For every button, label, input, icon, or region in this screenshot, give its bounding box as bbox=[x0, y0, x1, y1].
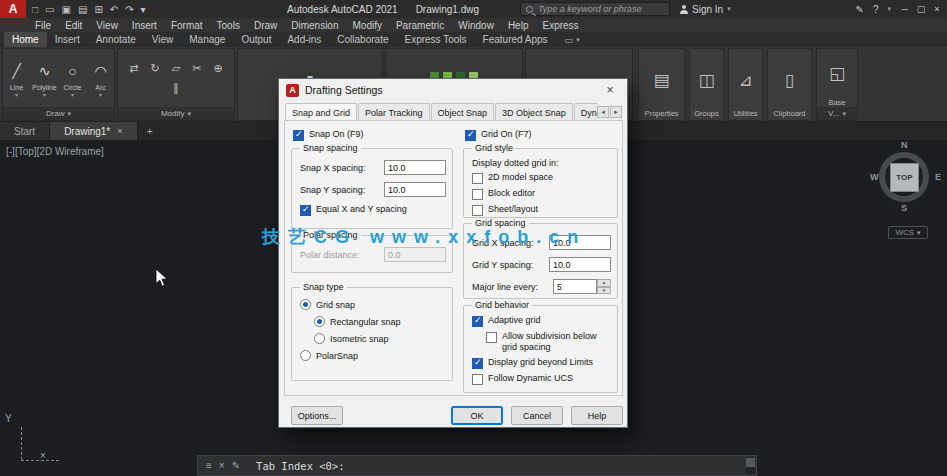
menu-item[interactable]: Dimension bbox=[284, 20, 345, 31]
file-tab-start[interactable]: Start bbox=[0, 122, 50, 140]
minimize-button[interactable]: ─ bbox=[897, 4, 913, 14]
draw-tool-button[interactable]: ◠ Arc ▾ bbox=[88, 58, 114, 98]
ribbon-tab[interactable]: View bbox=[144, 32, 182, 47]
command-line-icon[interactable]: ≡ bbox=[206, 460, 212, 471]
grid-on-checkbox[interactable]: Grid On (F7) bbox=[465, 129, 532, 141]
command-prompt[interactable]: Tab Index <0>: bbox=[248, 460, 345, 472]
radio-option[interactable]: Rectangular snap bbox=[314, 316, 446, 327]
dialog-close-button[interactable]: × bbox=[593, 79, 627, 101]
close-button[interactable]: × bbox=[929, 4, 945, 14]
checkbox[interactable]: Follow Dynamic UCS bbox=[472, 373, 611, 385]
tab-scroll-left-icon[interactable]: ◂ bbox=[597, 106, 609, 118]
menu-item[interactable]: Format bbox=[164, 20, 210, 31]
radio-option[interactable]: PolarSnap bbox=[300, 350, 446, 361]
file-tab-drawing1[interactable]: Drawing1* × bbox=[50, 122, 137, 140]
checkbox[interactable]: Display grid beyond Limits bbox=[472, 357, 611, 369]
checkbox[interactable]: Block editor bbox=[472, 188, 611, 200]
ribbon-tab[interactable]: Insert bbox=[47, 32, 88, 47]
radio-option[interactable]: Grid snap bbox=[300, 299, 446, 310]
ribbon-tab[interactable]: Featured Apps bbox=[475, 32, 556, 47]
viewcube-top-face[interactable]: TOP bbox=[890, 163, 919, 192]
compass-south-label[interactable]: S bbox=[901, 203, 907, 213]
major-line-spinner[interactable]: 5 ▴ ▾ bbox=[553, 279, 611, 294]
spinner-value[interactable]: 5 bbox=[553, 279, 597, 294]
modify-tool-icon[interactable]: ⇄ bbox=[129, 62, 138, 75]
compass-east-label[interactable]: E bbox=[935, 172, 941, 182]
dialog-tab[interactable]: Polar Tracking bbox=[358, 103, 430, 121]
scrollbar-thumb[interactable] bbox=[746, 458, 755, 467]
command-line-icon[interactable]: ✎ bbox=[232, 460, 240, 471]
menu-item[interactable]: Window bbox=[451, 20, 501, 31]
feedback-pencil-icon[interactable]: ✎ bbox=[856, 4, 864, 15]
viewcube[interactable]: N W E S TOP bbox=[872, 142, 944, 220]
help-icon[interactable]: ? bbox=[873, 4, 879, 15]
command-line-icon[interactable]: × bbox=[219, 460, 225, 471]
modify-tool-icon[interactable]: ⊕ bbox=[213, 62, 222, 75]
menu-item[interactable]: Modify bbox=[346, 20, 389, 31]
menu-item[interactable]: File bbox=[28, 20, 58, 31]
groups-panel[interactable]: ◫ Groups bbox=[689, 48, 724, 121]
base-view-icon[interactable]: ◱ bbox=[829, 49, 845, 97]
wcs-dropdown[interactable]: WCS ▾ bbox=[888, 226, 928, 239]
command-scrollbar[interactable] bbox=[746, 457, 755, 474]
qat-icon[interactable]: ⊞ bbox=[94, 4, 102, 15]
menu-item[interactable]: Edit bbox=[58, 20, 89, 31]
draw-tool-button[interactable]: ○ Circle ▾ bbox=[60, 58, 86, 98]
options-button[interactable]: Options... bbox=[291, 406, 343, 425]
ribbon-tab[interactable]: Output bbox=[233, 32, 279, 47]
text-input[interactable]: 10.0 bbox=[384, 160, 446, 175]
modify-tool-icon[interactable]: ∥ bbox=[173, 82, 179, 95]
menu-item[interactable]: View bbox=[89, 20, 125, 31]
command-line[interactable]: ≡×✎ Tab Index <0>: bbox=[197, 455, 757, 476]
modify-tool-icon[interactable]: ✂ bbox=[192, 62, 201, 75]
close-tab-icon[interactable]: × bbox=[117, 126, 122, 136]
modify-tool-icon[interactable]: ▱ bbox=[172, 62, 180, 75]
compass-west-label[interactable]: W bbox=[870, 172, 879, 182]
search-box[interactable]: Type a keyword or phrase bbox=[520, 2, 670, 16]
qat-icon[interactable]: ▭ bbox=[45, 4, 54, 15]
qat-icon[interactable]: ↷ bbox=[125, 4, 133, 15]
text-input[interactable]: 10.0 bbox=[384, 182, 446, 197]
draw-panel-title[interactable]: Draw▾ bbox=[3, 107, 114, 120]
spin-up-icon[interactable]: ▴ bbox=[597, 279, 611, 287]
sign-in-button[interactable]: Sign In ▾ bbox=[680, 0, 731, 18]
menu-item[interactable]: Express bbox=[535, 20, 585, 31]
draw-tool-button[interactable]: ∿ Polyline ▾ bbox=[32, 58, 58, 98]
maximize-button[interactable]: ▢ bbox=[913, 4, 929, 14]
chevron-down-icon[interactable]: ▾ bbox=[887, 5, 891, 13]
properties-panel[interactable]: ▤ Properties bbox=[638, 48, 685, 121]
menu-item[interactable]: Draw bbox=[247, 20, 284, 31]
qat-icon[interactable]: ▤ bbox=[78, 4, 87, 15]
ribbon-tab[interactable]: Annotate bbox=[88, 32, 144, 47]
checkbox[interactable]: Allow subdivision below grid spacing bbox=[486, 331, 611, 353]
dialog-tab[interactable]: 3D Object Snap bbox=[495, 103, 573, 121]
modify-panel-title[interactable]: Modify▾ bbox=[118, 107, 234, 120]
menu-item[interactable]: Insert bbox=[125, 20, 164, 31]
qat-icon[interactable]: ▣ bbox=[62, 4, 71, 15]
text-input[interactable]: 10.0 bbox=[549, 257, 611, 272]
menu-item[interactable]: Help bbox=[501, 20, 536, 31]
clipboard-panel[interactable]: ▯ Clipboard bbox=[767, 48, 812, 121]
draw-tool-button[interactable]: ╱ Line ▾ bbox=[4, 58, 30, 98]
ribbon-tab[interactable]: Manage bbox=[181, 32, 233, 47]
qat-icon[interactable]: ↶ bbox=[110, 4, 118, 15]
menu-item[interactable]: Tools bbox=[210, 20, 247, 31]
checkbox[interactable]: Sheet/layout bbox=[472, 204, 611, 216]
ok-button[interactable]: OK bbox=[451, 406, 503, 425]
qat-icon[interactable]: □ bbox=[32, 4, 38, 15]
spin-down-icon[interactable]: ▾ bbox=[597, 287, 611, 295]
ribbon-tab[interactable]: Add-ins bbox=[279, 32, 329, 47]
autocad-app-menu-button[interactable]: A bbox=[0, 0, 26, 18]
checkbox[interactable]: Adaptive grid bbox=[472, 315, 611, 327]
dialog-tab[interactable]: Snap and Grid bbox=[285, 103, 357, 121]
text-input[interactable]: 0.0 bbox=[384, 247, 446, 262]
cancel-button[interactable]: Cancel bbox=[511, 406, 563, 425]
dialog-tab[interactable]: Dynamic Input bbox=[574, 103, 597, 121]
new-tab-button[interactable]: + bbox=[138, 122, 162, 140]
ribbon-display-toggle[interactable]: ▭ ▾ bbox=[556, 32, 589, 47]
viewport-controls[interactable]: [-][Top][2D Wireframe] bbox=[6, 146, 104, 157]
radio-option[interactable]: Isometric snap bbox=[314, 333, 446, 344]
menu-item[interactable]: Parametric bbox=[389, 20, 451, 31]
dialog-tab[interactable]: Object Snap bbox=[431, 103, 495, 121]
modify-tool-icon[interactable]: ↻ bbox=[151, 62, 160, 75]
